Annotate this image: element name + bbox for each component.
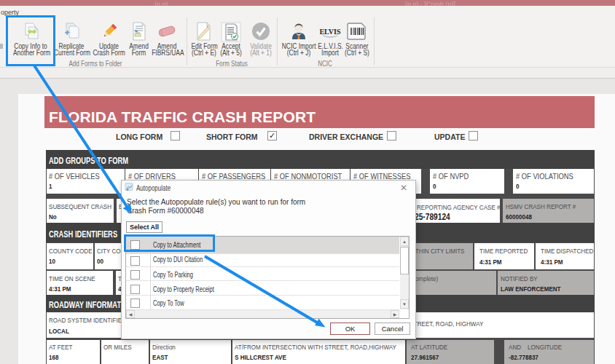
svg-text:ELVIS: ELVIS <box>319 28 341 36</box>
